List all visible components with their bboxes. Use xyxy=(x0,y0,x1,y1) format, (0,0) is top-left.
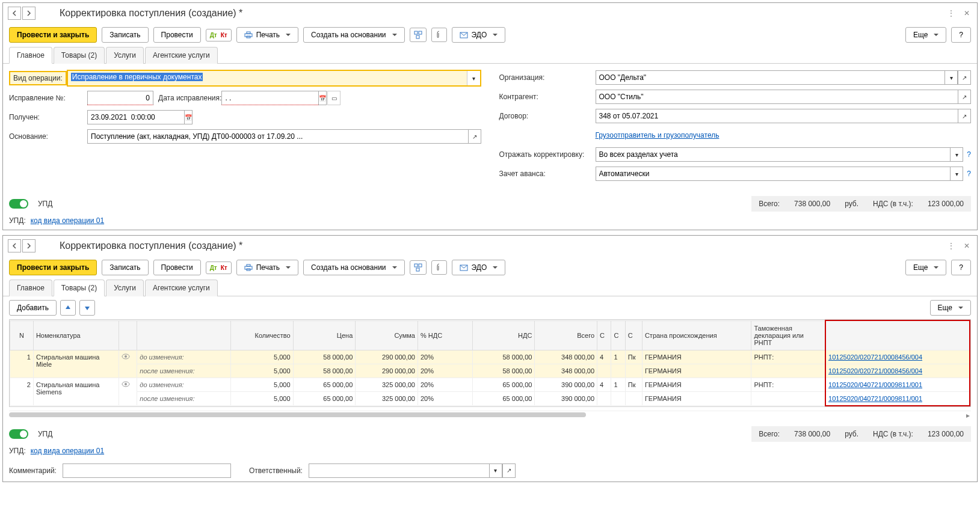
col-nomen[interactable]: Номенклатура xyxy=(33,320,119,350)
rnpt-link[interactable]: 10125020/020721/0008456/004 xyxy=(828,367,922,375)
org-field[interactable] xyxy=(596,70,945,85)
create-based-button[interactable]: Создать на основании xyxy=(303,260,405,275)
tab-goods[interactable]: Товары (2) xyxy=(54,47,105,64)
print-button[interactable]: Печать xyxy=(236,260,298,275)
col-c1[interactable]: С xyxy=(597,320,611,350)
responsible-field[interactable] xyxy=(309,463,489,478)
move-up-icon[interactable] xyxy=(60,300,76,316)
grid-more-button[interactable]: Еще xyxy=(930,300,971,316)
contract-field[interactable] xyxy=(596,109,958,123)
dropdown-icon[interactable]: ▾ xyxy=(945,70,958,85)
nav-back-button[interactable] xyxy=(8,7,21,20)
dropdown-icon[interactable]: ▾ xyxy=(950,147,963,162)
calendar-icon[interactable]: 📅 xyxy=(184,110,193,124)
col-price[interactable]: Цена xyxy=(293,320,356,350)
help-icon[interactable]: ? xyxy=(967,150,971,159)
table-row[interactable]: 1 Стиральная машина Miele до изменения: … xyxy=(10,350,970,364)
dropdown-icon[interactable]: ▾ xyxy=(950,167,963,181)
calendar-icon[interactable]: 📅 xyxy=(318,91,327,105)
op-code-link[interactable]: код вида операции 01 xyxy=(31,447,104,455)
col-sum[interactable]: Сумма xyxy=(356,320,418,350)
reflect-field[interactable] xyxy=(596,147,951,162)
col-customs[interactable]: Таможенная декларация или РНПТ xyxy=(751,320,825,350)
edo-button[interactable]: ЭДО xyxy=(452,27,506,43)
post-button[interactable]: Провести xyxy=(153,260,201,275)
table-row[interactable]: 2 Стиральная машина Siemens до изменения… xyxy=(10,378,970,391)
print-button[interactable]: Печать xyxy=(236,27,298,43)
open-icon[interactable]: ↗ xyxy=(468,129,481,144)
kebab-menu-icon[interactable]: ⋮ xyxy=(946,8,957,19)
col-qty[interactable]: Количество xyxy=(230,320,293,350)
comment-field[interactable] xyxy=(63,463,231,478)
open-icon[interactable]: ↗ xyxy=(958,90,971,104)
tab-main[interactable]: Главное xyxy=(9,47,52,64)
horizontal-scrollbar[interactable]: ▸ xyxy=(9,411,971,419)
structure-icon[interactable] xyxy=(410,28,427,42)
close-icon[interactable]: ✕ xyxy=(961,8,972,19)
col-country[interactable]: Страна происхождения xyxy=(642,320,751,350)
upd-toggle[interactable] xyxy=(9,199,28,209)
nav-forward-button[interactable] xyxy=(22,239,35,252)
tab-services[interactable]: Услуги xyxy=(106,47,144,64)
post-and-close-button[interactable]: Провести и закрыть xyxy=(9,260,97,275)
dropdown-icon[interactable]: ▾ xyxy=(489,463,502,478)
op-type-dropdown-icon[interactable]: ▾ xyxy=(467,71,480,85)
create-based-button[interactable]: Создать на основании xyxy=(303,27,405,43)
open-icon[interactable]: ↗ xyxy=(958,109,971,123)
nav-back-button[interactable] xyxy=(8,239,21,252)
edo-button[interactable]: ЭДО xyxy=(452,260,506,275)
col-vat-pct[interactable]: % НДС xyxy=(418,320,472,350)
op-code-link[interactable]: код вида операции 01 xyxy=(31,216,104,225)
fix-no-field[interactable] xyxy=(87,91,153,105)
op-type-field[interactable]: Исправление в первичных документах xyxy=(68,71,467,85)
journal-entries-icon[interactable]: ДтКт xyxy=(206,262,232,274)
post-and-close-button[interactable]: Провести и закрыть xyxy=(9,27,97,43)
fix-date-aux-icon[interactable]: ▭ xyxy=(327,91,341,105)
col-vat[interactable]: НДС xyxy=(472,320,535,350)
structure-icon[interactable] xyxy=(410,260,427,275)
more-button[interactable]: Еще xyxy=(905,27,946,43)
close-icon[interactable]: ✕ xyxy=(961,240,972,251)
col-c2[interactable]: С xyxy=(611,320,625,350)
rnpt-link[interactable]: 10125020/040721/0009811/001 xyxy=(828,395,922,402)
received-field[interactable] xyxy=(87,110,184,124)
col-change[interactable] xyxy=(137,320,231,350)
tab-services[interactable]: Услуги xyxy=(106,280,144,296)
counterparty-field[interactable] xyxy=(596,90,958,104)
open-icon[interactable]: ↗ xyxy=(502,463,516,478)
journal-entries-icon[interactable]: ДтКт xyxy=(206,29,232,41)
tab-goods[interactable]: Товары (2) xyxy=(54,280,105,296)
more-button[interactable]: Еще xyxy=(905,260,946,275)
fix-date-field[interactable] xyxy=(221,91,318,105)
scroll-thumb[interactable] xyxy=(9,412,586,417)
attachment-icon[interactable] xyxy=(431,28,447,42)
add-button[interactable]: Добавить xyxy=(9,300,57,316)
table-row[interactable]: после изменения: 5,000 58 000,00 290 000… xyxy=(10,364,970,378)
save-button[interactable]: Записать xyxy=(102,27,148,43)
tab-agent[interactable]: Агентские услуги xyxy=(145,47,218,64)
scroll-right-icon[interactable]: ▸ xyxy=(966,411,970,420)
post-button[interactable]: Провести xyxy=(153,27,201,43)
tab-agent[interactable]: Агентские услуги xyxy=(145,280,218,296)
kebab-menu-icon[interactable]: ⋮ xyxy=(946,240,957,251)
basis-field[interactable] xyxy=(87,129,468,144)
save-button[interactable]: Записать xyxy=(102,260,148,275)
nav-forward-button[interactable] xyxy=(22,7,35,20)
open-icon[interactable]: ↗ xyxy=(958,70,971,85)
col-eye[interactable] xyxy=(119,320,137,350)
col-n[interactable]: N xyxy=(10,320,34,350)
rnpt-link[interactable]: 10125020/020721/0008456/004 xyxy=(828,353,922,361)
advance-field[interactable] xyxy=(596,167,951,181)
help-icon[interactable]: ? xyxy=(967,170,971,178)
eye-icon[interactable] xyxy=(119,350,137,378)
col-total[interactable]: Всего xyxy=(535,320,597,350)
attachment-icon[interactable] xyxy=(431,260,447,275)
consignor-link[interactable]: Грузоотправитель и грузополучатель xyxy=(596,131,720,139)
upd-toggle[interactable] xyxy=(9,429,28,439)
help-button[interactable]: ? xyxy=(951,260,971,275)
rnpt-link[interactable]: 10125020/040721/0009811/001 xyxy=(828,381,922,388)
move-down-icon[interactable] xyxy=(79,300,95,316)
eye-icon[interactable] xyxy=(119,378,137,406)
table-row[interactable]: после изменения: 5,000 65 000,00 325 000… xyxy=(10,391,970,406)
col-rnpt-num[interactable] xyxy=(825,320,970,350)
